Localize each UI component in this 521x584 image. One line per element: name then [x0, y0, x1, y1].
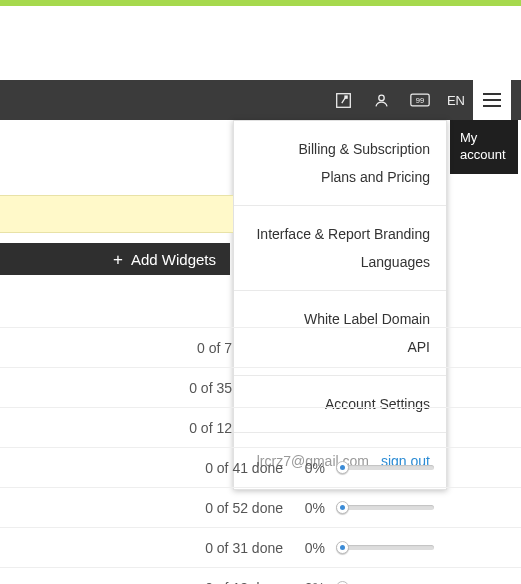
task-percent: 0%	[295, 580, 325, 585]
task-row: 0 of 18 done0%	[0, 567, 521, 584]
progress-slider[interactable]	[336, 544, 434, 552]
slider-track	[336, 545, 434, 550]
slider-track	[336, 465, 434, 470]
svg-rect-1	[345, 95, 348, 98]
svg-text:99: 99	[416, 96, 424, 105]
slider-thumb[interactable]	[336, 461, 349, 474]
menu-button[interactable]	[473, 80, 511, 120]
notification-badge-icon[interactable]: 99	[401, 80, 439, 120]
task-row: 0 of 52 done0%	[0, 487, 521, 527]
menu-tooltip: My account	[450, 120, 518, 174]
menu-branding[interactable]: Interface & Report Branding	[252, 220, 430, 248]
plus-icon: +	[113, 251, 123, 268]
user-icon[interactable]	[363, 80, 401, 120]
dashboard-icon[interactable]	[325, 80, 363, 120]
task-rows: 0 of 70 of 350 of 120 of 41 done0%0 of 5…	[0, 327, 521, 584]
menu-languages[interactable]: Languages	[252, 248, 430, 276]
header-gap	[0, 6, 521, 80]
add-widgets-button[interactable]: + Add Widgets	[0, 243, 230, 275]
task-row: 0 of 31 done0%	[0, 527, 521, 567]
task-row: 0 of 41 done0%	[0, 447, 521, 487]
task-status: 0 of 7	[0, 340, 232, 356]
task-status: 0 of 31 done	[0, 540, 283, 556]
menu-plans[interactable]: Plans and Pricing	[252, 163, 430, 191]
task-percent: 0%	[295, 500, 325, 516]
svg-point-2	[379, 95, 384, 100]
task-status: 0 of 18 done	[0, 580, 283, 585]
highlight-band	[0, 195, 233, 233]
add-widgets-label: Add Widgets	[131, 251, 216, 268]
language-selector[interactable]: EN	[439, 93, 473, 108]
task-row: 0 of 35	[0, 367, 521, 407]
slider-thumb[interactable]	[336, 541, 349, 554]
task-row: 0 of 7	[0, 327, 521, 367]
task-status: 0 of 35	[0, 380, 232, 396]
hamburger-icon	[483, 93, 501, 107]
task-percent: 0%	[295, 540, 325, 556]
top-bar: 99 EN	[0, 80, 521, 120]
menu-billing[interactable]: Billing & Subscription	[252, 135, 430, 163]
slider-track	[336, 505, 434, 510]
progress-slider[interactable]	[336, 504, 434, 512]
task-status: 0 of 52 done	[0, 500, 283, 516]
task-status: 0 of 41 done	[0, 460, 283, 476]
task-status: 0 of 12	[0, 420, 232, 436]
slider-thumb[interactable]	[336, 501, 349, 514]
task-percent: 0%	[295, 460, 325, 476]
task-row: 0 of 12	[0, 407, 521, 447]
progress-slider[interactable]	[336, 464, 434, 472]
